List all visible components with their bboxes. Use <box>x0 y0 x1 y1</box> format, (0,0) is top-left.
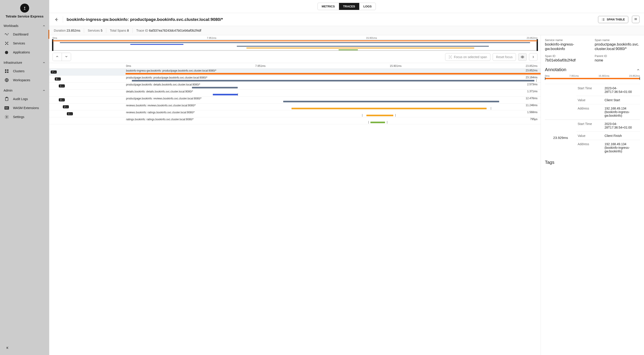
annotation-timestamp: 23.929ms <box>545 120 576 155</box>
span-duration: 12.476ms <box>526 97 538 100</box>
reset-focus-button[interactable]: Reset focus <box>493 53 516 61</box>
span-child-count-badge[interactable]: 6 – <box>55 77 61 81</box>
menu-icon <box>634 17 638 21</box>
chevron-up-icon <box>636 68 640 72</box>
focus-span-button[interactable]: Focus on selected span <box>445 53 490 61</box>
span-bar[interactable] <box>126 73 541 75</box>
span-id-label: Span ID <box>545 54 590 58</box>
span-label: reviews.bookinfo: reviews.bookinfo.svc.c… <box>126 104 538 107</box>
annotation-value: Client Finish <box>603 132 640 140</box>
span-child-count-badge[interactable]: 7 – <box>51 71 57 74</box>
svg-point-14 <box>522 57 523 58</box>
span-duration: 11.246ms <box>526 104 538 107</box>
span-row[interactable]: 1 –productpage.bookinfo: details.bookinf… <box>49 83 541 90</box>
span-row[interactable]: details.bookinfo: details.bookinfo.svc.c… <box>49 90 541 97</box>
span-duration: 2.573ms <box>527 83 538 86</box>
service-name-label: Service name <box>545 38 590 42</box>
tab-logs[interactable]: LOGS <box>359 3 376 10</box>
chevron-down-icon <box>64 55 68 58</box>
span-duration: 1.568ms <box>527 111 538 114</box>
span-row[interactable]: 3 –productpage.bookinfo: reviews.bookinf… <box>49 97 541 104</box>
focus-icon <box>448 55 452 59</box>
chevron-right-icon <box>532 55 535 59</box>
annotation-key: Value <box>576 132 603 140</box>
overflow-menu-button[interactable] <box>632 16 640 23</box>
eye-icon <box>521 55 524 59</box>
annotation-value: Client Start <box>603 96 640 104</box>
span-child-count-badge[interactable]: 3 – <box>59 98 65 101</box>
annotation-key: Address <box>576 104 603 120</box>
span-bar[interactable] <box>366 115 393 116</box>
annotation-value: 192.168.49.134 (bookinfo-ingress-gw.book… <box>603 140 640 155</box>
span-duration: 795µs <box>530 118 538 121</box>
annotation-value: 2023-04-28T17:36:54+01:00 <box>603 84 640 96</box>
span-table-button[interactable]: SPAN TABLE <box>598 16 628 23</box>
sidebar: Tetrate Service Express Workloads Dashbo… <box>0 0 49 355</box>
span-row[interactable]: 6 –productpage.bookinfo: productpage.boo… <box>49 76 541 83</box>
trace-stats: Duration 23.852ms Services 5 Total Spans… <box>49 26 644 35</box>
span-bar[interactable] <box>192 87 238 88</box>
span-label: details.bookinfo: details.bookinfo.svc.c… <box>126 90 538 93</box>
span-row[interactable]: 7 –bookinfo-ingress-gw.bookinfo: product… <box>49 69 541 76</box>
span-label: productpage.bookinfo: reviews.bookinfo.s… <box>126 97 538 100</box>
annotation-header[interactable]: Annotation <box>545 67 640 72</box>
span-label: bookinfo-ingress-gw.bookinfo: productpag… <box>126 69 538 72</box>
tab-metrics[interactable]: METRICS <box>318 3 339 10</box>
annotation-bar <box>545 77 640 80</box>
span-label: productpage.bookinfo: details.bookinfo.s… <box>126 83 538 86</box>
parent-id-label: Parent ID <box>595 54 640 58</box>
collapse-all-button[interactable] <box>53 53 62 61</box>
list-icon <box>602 18 605 21</box>
view-tabs: METRICS TRACES LOGS <box>49 0 644 13</box>
span-id-value: 7b01eb6af0b2f4df <box>545 58 590 63</box>
next-button[interactable] <box>529 53 538 61</box>
tags-header[interactable]: Tags <box>545 160 640 165</box>
annotation-value: 192.168.49.134 (bookinfo-ingress-gw.book… <box>603 104 640 120</box>
span-row[interactable]: 1 –reviews.bookinfo: ratings.bookinfo.sv… <box>49 110 541 117</box>
annotation-key: Address <box>576 140 603 155</box>
span-tree: 7 –bookinfo-ingress-gw.bookinfo: product… <box>49 69 541 355</box>
svg-point-13 <box>450 57 451 57</box>
span-row[interactable]: 2 –reviews.bookinfo: reviews.bookinfo.sv… <box>49 104 541 110</box>
span-child-count-badge[interactable]: 1 – <box>59 84 65 88</box>
toggle-visibility-button[interactable] <box>518 53 527 61</box>
parent-id-value: none <box>595 58 640 63</box>
span-child-count-badge[interactable]: 2 – <box>63 105 69 108</box>
span-name-label: Span name <box>595 38 640 42</box>
span-duration: 1.371ms <box>527 90 538 93</box>
span-bar[interactable] <box>213 94 238 95</box>
trace-title: bookinfo-ingress-gw.bookinfo: productpag… <box>66 17 594 22</box>
chevron-up-icon <box>56 55 59 58</box>
back-button[interactable] <box>54 17 59 22</box>
span-bar[interactable] <box>370 122 385 123</box>
span-bar[interactable] <box>292 108 486 109</box>
span-duration: 23.164ms <box>526 76 538 79</box>
span-bar[interactable] <box>132 80 534 82</box>
span-label: reviews.bookinfo: ratings.bookinfo.svc.c… <box>126 111 538 114</box>
span-label: productpage.bookinfo: productpage.bookin… <box>126 76 538 79</box>
span-row[interactable]: ratings.bookinfo: ratings.bookinfo.svc.c… <box>49 117 541 124</box>
span-child-count-badge[interactable]: 1 – <box>67 112 73 115</box>
service-name-value: bookinfo-ingress-gw.bookinfo <box>545 42 590 51</box>
span-details-panel: Service name bookinfo-ingress-gw.bookinf… <box>541 35 644 355</box>
trace-minimap[interactable]: 0ms 7.951ms 15.901ms 23.852ms <box>49 35 541 51</box>
span-label: ratings.bookinfo: ratings.bookinfo.svc.c… <box>126 118 538 121</box>
annotation-table: Start Time2023-04-28T17:36:54+01:00Value… <box>545 84 640 155</box>
annotation-key: Start Time <box>576 84 603 96</box>
annotation-key: Value <box>576 96 603 104</box>
annotation-timestamp <box>545 84 576 120</box>
tab-traces[interactable]: TRACES <box>339 3 359 10</box>
expand-all-button[interactable] <box>62 53 71 61</box>
annotation-value: 2023-04-28T17:36:54+01:00 <box>603 120 640 132</box>
span-duration: 23.852ms <box>526 69 538 72</box>
span-bar[interactable] <box>283 101 499 102</box>
annotation-key: Start Time <box>576 120 603 132</box>
span-name-value: productpage.bookinfo.svc.cluster.local:9… <box>595 42 640 51</box>
